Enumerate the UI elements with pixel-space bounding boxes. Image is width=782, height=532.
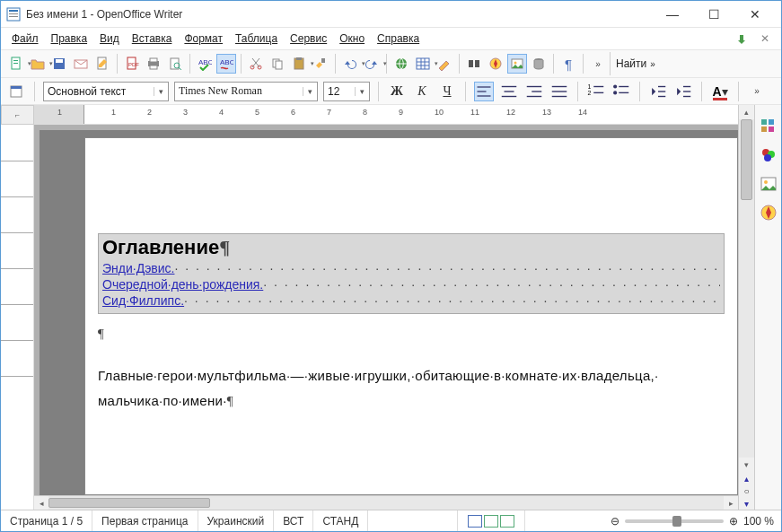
font-color-button[interactable]: A▾ <box>710 82 730 101</box>
menu-table[interactable]: Таблица <box>230 31 283 47</box>
menu-window[interactable]: Окно <box>334 31 370 47</box>
align-justify-button[interactable] <box>549 82 569 101</box>
svg-rect-71 <box>761 126 767 132</box>
open-icon[interactable]: ▾ <box>28 54 48 74</box>
minimize-button[interactable]: ― <box>652 1 693 28</box>
status-page-style[interactable]: Первая страница <box>92 510 198 531</box>
redo-icon[interactable]: ▾ <box>362 54 382 74</box>
align-right-button[interactable] <box>524 82 544 101</box>
vscroll-thumb[interactable] <box>741 119 752 200</box>
horizontal-scrollbar[interactable]: ◂ ▸ <box>34 495 738 510</box>
status-insert-mode[interactable]: ВСТ <box>274 510 313 531</box>
italic-button[interactable]: К <box>412 82 432 101</box>
preview-icon[interactable] <box>165 54 185 74</box>
copy-icon[interactable] <box>268 54 287 74</box>
sidebar-properties-icon[interactable] <box>760 118 778 135</box>
font-name-value: Times New Roman <box>175 84 266 98</box>
svg-rect-5 <box>13 60 18 61</box>
gallery-icon[interactable] <box>507 54 527 74</box>
underline-button[interactable]: Ч <box>437 82 457 101</box>
menu-insert[interactable]: Вставка <box>127 31 178 47</box>
document-area[interactable]: Оглавление¶ Энди·Дэвис. · · · · · · · · … <box>34 125 738 495</box>
spellcheck-icon[interactable]: ABC <box>195 54 215 74</box>
navigator-icon[interactable] <box>486 54 505 74</box>
body-paragraph: Главные·герои·мультфильма·—·живые·игрушк… <box>98 363 725 414</box>
toc-entry[interactable]: Очередной·день·рождения. · · · · · · · ·… <box>102 277 720 292</box>
toc-entry[interactable]: Сид·Филлипс. · · · · · · · · · · · · · ·… <box>102 293 720 308</box>
toc-entry[interactable]: Энди·Дэвис. · · · · · · · · · · · · · · … <box>102 261 720 275</box>
empty-paragraph: ¶ <box>98 321 725 347</box>
edit-doc-icon[interactable] <box>92 54 112 74</box>
cut-icon[interactable] <box>246 54 266 74</box>
paste-icon[interactable]: ▾ <box>289 54 309 74</box>
find-overflow-icon[interactable]: » <box>650 59 655 69</box>
table-icon[interactable]: ▾ <box>413 54 433 74</box>
status-selection-mode[interactable]: СТАНД <box>313 510 368 531</box>
menu-view[interactable]: Вид <box>94 31 125 47</box>
format-paintbrush-icon[interactable] <box>311 54 330 74</box>
sidebar-navigator-icon[interactable] <box>760 204 778 222</box>
paragraph-style-combo[interactable]: Основной текст ▾ <box>43 82 169 101</box>
nonprinting-icon[interactable]: ¶ <box>558 54 578 74</box>
zoom-control[interactable]: ⊖ ⊕ 100 % <box>603 515 781 528</box>
close-doc-icon[interactable]: ✕ <box>758 31 772 46</box>
print-icon[interactable] <box>144 54 163 74</box>
font-size-combo[interactable]: 12 ▾ <box>323 82 370 101</box>
numbered-list-button[interactable]: 12 <box>586 82 606 101</box>
zoom-in-icon[interactable]: ⊕ <box>729 515 738 528</box>
export-pdf-icon[interactable]: PDF <box>122 54 142 74</box>
hyperlink-icon[interactable] <box>391 54 411 74</box>
menu-format[interactable]: Формат <box>179 31 228 47</box>
nav-target-icon[interactable]: ○ <box>739 484 754 497</box>
find-replace-icon[interactable] <box>464 54 484 74</box>
menu-tools[interactable]: Сервис <box>285 31 332 47</box>
bold-button[interactable]: Ж <box>387 82 407 101</box>
vertical-scrollbar[interactable]: ▴ ▾ ▴ ○ ▾ <box>738 105 754 510</box>
zoom-out-icon[interactable]: ⊖ <box>611 515 619 528</box>
datasources-icon[interactable] <box>529 54 549 74</box>
styles-window-icon[interactable] <box>6 82 26 101</box>
align-left-button[interactable] <box>474 82 494 101</box>
decrease-indent-button[interactable] <box>648 82 668 101</box>
hscroll-thumb[interactable] <box>48 498 210 508</box>
bullet-list-button[interactable] <box>611 82 631 101</box>
svg-point-39 <box>514 62 517 65</box>
zoom-value[interactable]: 100 % <box>743 515 774 528</box>
new-doc-icon[interactable]: ▾ <box>6 54 26 74</box>
next-page-icon[interactable]: ▾ <box>739 497 754 510</box>
menu-file[interactable]: Файл <box>6 31 44 47</box>
sidebar <box>754 105 781 510</box>
sidebar-gallery-icon[interactable] <box>760 175 778 193</box>
status-language[interactable]: Украинский <box>198 510 275 531</box>
document-page[interactable]: Оглавление¶ Энди·Дэвис. · · · · · · · · … <box>84 137 738 495</box>
menu-edit[interactable]: Правка <box>46 31 93 47</box>
maximize-button[interactable]: ☐ <box>693 1 734 28</box>
vscroll-up-icon[interactable]: ▴ <box>739 105 754 119</box>
view-layout-buttons[interactable] <box>458 510 525 531</box>
font-name-combo[interactable]: Times New Roman ▾ <box>174 82 318 101</box>
hscroll-right-icon[interactable]: ▸ <box>724 496 738 510</box>
update-icon[interactable] <box>734 31 749 46</box>
autospell-icon[interactable]: ABC <box>216 54 236 74</box>
ruler-corner[interactable]: ⌐ <box>1 105 34 125</box>
status-page[interactable]: Страница 1 / 5 <box>1 510 92 531</box>
svg-rect-1 <box>9 10 18 12</box>
horizontal-ruler[interactable]: 1 1 2 3 4 5 6 7 8 9 10 11 12 13 14 <box>34 105 738 125</box>
close-button[interactable]: ✕ <box>734 1 776 28</box>
hscroll-left-icon[interactable]: ◂ <box>34 496 48 510</box>
increase-indent-button[interactable] <box>673 82 693 101</box>
format-overflow-icon[interactable]: » <box>747 82 767 101</box>
align-center-button[interactable] <box>499 82 519 101</box>
drawing-icon[interactable] <box>435 54 454 74</box>
vertical-ruler[interactable] <box>1 125 33 510</box>
email-icon[interactable] <box>71 54 91 74</box>
prev-page-icon[interactable]: ▴ <box>739 472 754 484</box>
vscroll-down-icon[interactable]: ▾ <box>739 458 754 472</box>
undo-icon[interactable]: ▾ <box>340 54 360 74</box>
sidebar-styles-icon[interactable] <box>760 146 778 164</box>
menu-help[interactable]: Справка <box>372 31 425 47</box>
svg-rect-27 <box>321 58 325 63</box>
save-icon[interactable] <box>49 54 69 74</box>
zoom-slider[interactable] <box>625 519 724 523</box>
toolbar-overflow-icon[interactable]: » <box>588 54 608 74</box>
